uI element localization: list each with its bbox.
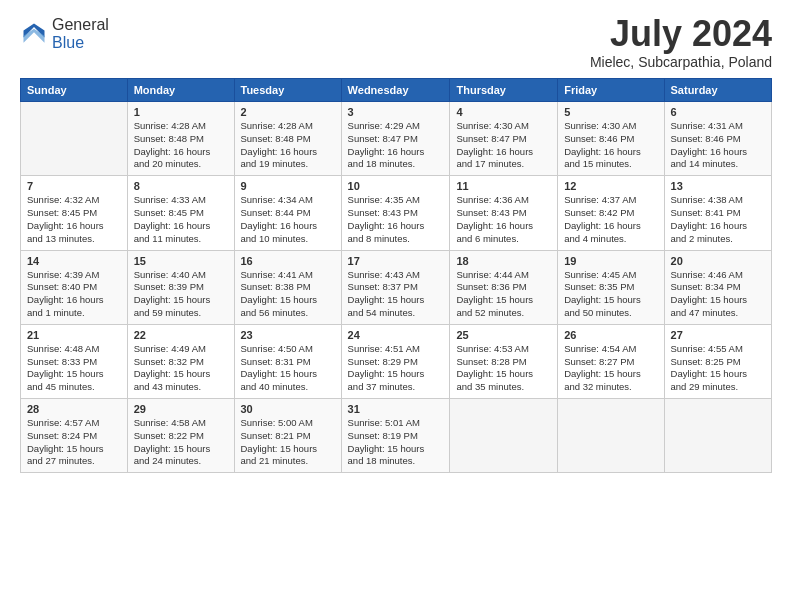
table-row xyxy=(664,399,771,473)
logo: General Blue xyxy=(20,16,109,52)
day-info: Sunrise: 4:37 AM Sunset: 8:42 PM Dayligh… xyxy=(564,194,657,245)
day-number: 11 xyxy=(456,180,551,192)
table-row: 26Sunrise: 4:54 AM Sunset: 8:27 PM Dayli… xyxy=(558,324,664,398)
month-title: July 2024 xyxy=(590,16,772,52)
day-info: Sunrise: 4:54 AM Sunset: 8:27 PM Dayligh… xyxy=(564,343,657,394)
day-info: Sunrise: 4:50 AM Sunset: 8:31 PM Dayligh… xyxy=(241,343,335,394)
day-number: 18 xyxy=(456,255,551,267)
day-number: 8 xyxy=(134,180,228,192)
table-row: 31Sunrise: 5:01 AM Sunset: 8:19 PM Dayli… xyxy=(341,399,450,473)
day-number: 16 xyxy=(241,255,335,267)
col-thursday: Thursday xyxy=(450,79,558,102)
day-number: 7 xyxy=(27,180,121,192)
table-row: 8Sunrise: 4:33 AM Sunset: 8:45 PM Daylig… xyxy=(127,176,234,250)
table-row: 27Sunrise: 4:55 AM Sunset: 8:25 PM Dayli… xyxy=(664,324,771,398)
table-row: 17Sunrise: 4:43 AM Sunset: 8:37 PM Dayli… xyxy=(341,250,450,324)
col-saturday: Saturday xyxy=(664,79,771,102)
calendar-week-row: 21Sunrise: 4:48 AM Sunset: 8:33 PM Dayli… xyxy=(21,324,772,398)
day-info: Sunrise: 4:32 AM Sunset: 8:45 PM Dayligh… xyxy=(27,194,121,245)
logo-text: General Blue xyxy=(52,16,109,52)
day-info: Sunrise: 4:43 AM Sunset: 8:37 PM Dayligh… xyxy=(348,269,444,320)
calendar-week-row: 28Sunrise: 4:57 AM Sunset: 8:24 PM Dayli… xyxy=(21,399,772,473)
day-number: 3 xyxy=(348,106,444,118)
day-number: 15 xyxy=(134,255,228,267)
title-block: July 2024 Mielec, Subcarpathia, Poland xyxy=(590,16,772,70)
table-row: 7Sunrise: 4:32 AM Sunset: 8:45 PM Daylig… xyxy=(21,176,128,250)
logo-general: General xyxy=(52,16,109,33)
day-info: Sunrise: 4:33 AM Sunset: 8:45 PM Dayligh… xyxy=(134,194,228,245)
day-info: Sunrise: 4:57 AM Sunset: 8:24 PM Dayligh… xyxy=(27,417,121,468)
day-info: Sunrise: 4:34 AM Sunset: 8:44 PM Dayligh… xyxy=(241,194,335,245)
day-info: Sunrise: 4:39 AM Sunset: 8:40 PM Dayligh… xyxy=(27,269,121,320)
day-number: 25 xyxy=(456,329,551,341)
day-number: 13 xyxy=(671,180,765,192)
col-tuesday: Tuesday xyxy=(234,79,341,102)
day-number: 2 xyxy=(241,106,335,118)
col-wednesday: Wednesday xyxy=(341,79,450,102)
day-info: Sunrise: 4:53 AM Sunset: 8:28 PM Dayligh… xyxy=(456,343,551,394)
logo-icon xyxy=(20,20,48,48)
table-row xyxy=(450,399,558,473)
table-row: 5Sunrise: 4:30 AM Sunset: 8:46 PM Daylig… xyxy=(558,102,664,176)
table-row: 30Sunrise: 5:00 AM Sunset: 8:21 PM Dayli… xyxy=(234,399,341,473)
day-number: 22 xyxy=(134,329,228,341)
day-info: Sunrise: 4:51 AM Sunset: 8:29 PM Dayligh… xyxy=(348,343,444,394)
day-info: Sunrise: 4:49 AM Sunset: 8:32 PM Dayligh… xyxy=(134,343,228,394)
table-row: 10Sunrise: 4:35 AM Sunset: 8:43 PM Dayli… xyxy=(341,176,450,250)
day-info: Sunrise: 4:35 AM Sunset: 8:43 PM Dayligh… xyxy=(348,194,444,245)
day-number: 28 xyxy=(27,403,121,415)
table-row: 14Sunrise: 4:39 AM Sunset: 8:40 PM Dayli… xyxy=(21,250,128,324)
day-number: 9 xyxy=(241,180,335,192)
calendar: Sunday Monday Tuesday Wednesday Thursday… xyxy=(20,78,772,473)
day-info: Sunrise: 4:41 AM Sunset: 8:38 PM Dayligh… xyxy=(241,269,335,320)
table-row: 21Sunrise: 4:48 AM Sunset: 8:33 PM Dayli… xyxy=(21,324,128,398)
day-info: Sunrise: 4:46 AM Sunset: 8:34 PM Dayligh… xyxy=(671,269,765,320)
table-row xyxy=(558,399,664,473)
table-row: 23Sunrise: 4:50 AM Sunset: 8:31 PM Dayli… xyxy=(234,324,341,398)
table-row: 24Sunrise: 4:51 AM Sunset: 8:29 PM Dayli… xyxy=(341,324,450,398)
table-row: 15Sunrise: 4:40 AM Sunset: 8:39 PM Dayli… xyxy=(127,250,234,324)
table-row: 12Sunrise: 4:37 AM Sunset: 8:42 PM Dayli… xyxy=(558,176,664,250)
day-info: Sunrise: 4:40 AM Sunset: 8:39 PM Dayligh… xyxy=(134,269,228,320)
calendar-week-row: 1Sunrise: 4:28 AM Sunset: 8:48 PM Daylig… xyxy=(21,102,772,176)
day-number: 12 xyxy=(564,180,657,192)
day-number: 30 xyxy=(241,403,335,415)
table-row: 3Sunrise: 4:29 AM Sunset: 8:47 PM Daylig… xyxy=(341,102,450,176)
day-info: Sunrise: 5:00 AM Sunset: 8:21 PM Dayligh… xyxy=(241,417,335,468)
day-info: Sunrise: 4:36 AM Sunset: 8:43 PM Dayligh… xyxy=(456,194,551,245)
day-number: 26 xyxy=(564,329,657,341)
table-row: 29Sunrise: 4:58 AM Sunset: 8:22 PM Dayli… xyxy=(127,399,234,473)
day-info: Sunrise: 4:55 AM Sunset: 8:25 PM Dayligh… xyxy=(671,343,765,394)
calendar-header-row: Sunday Monday Tuesday Wednesday Thursday… xyxy=(21,79,772,102)
table-row: 18Sunrise: 4:44 AM Sunset: 8:36 PM Dayli… xyxy=(450,250,558,324)
table-row: 6Sunrise: 4:31 AM Sunset: 8:46 PM Daylig… xyxy=(664,102,771,176)
table-row: 9Sunrise: 4:34 AM Sunset: 8:44 PM Daylig… xyxy=(234,176,341,250)
day-info: Sunrise: 4:48 AM Sunset: 8:33 PM Dayligh… xyxy=(27,343,121,394)
day-number: 29 xyxy=(134,403,228,415)
table-row xyxy=(21,102,128,176)
day-info: Sunrise: 4:44 AM Sunset: 8:36 PM Dayligh… xyxy=(456,269,551,320)
day-number: 23 xyxy=(241,329,335,341)
day-number: 5 xyxy=(564,106,657,118)
day-number: 14 xyxy=(27,255,121,267)
day-number: 6 xyxy=(671,106,765,118)
day-number: 21 xyxy=(27,329,121,341)
table-row: 11Sunrise: 4:36 AM Sunset: 8:43 PM Dayli… xyxy=(450,176,558,250)
day-info: Sunrise: 4:38 AM Sunset: 8:41 PM Dayligh… xyxy=(671,194,765,245)
day-number: 20 xyxy=(671,255,765,267)
location: Mielec, Subcarpathia, Poland xyxy=(590,54,772,70)
table-row: 22Sunrise: 4:49 AM Sunset: 8:32 PM Dayli… xyxy=(127,324,234,398)
table-row: 20Sunrise: 4:46 AM Sunset: 8:34 PM Dayli… xyxy=(664,250,771,324)
day-info: Sunrise: 5:01 AM Sunset: 8:19 PM Dayligh… xyxy=(348,417,444,468)
col-friday: Friday xyxy=(558,79,664,102)
table-row: 2Sunrise: 4:28 AM Sunset: 8:48 PM Daylig… xyxy=(234,102,341,176)
day-info: Sunrise: 4:58 AM Sunset: 8:22 PM Dayligh… xyxy=(134,417,228,468)
calendar-body: 1Sunrise: 4:28 AM Sunset: 8:48 PM Daylig… xyxy=(21,102,772,473)
day-info: Sunrise: 4:30 AM Sunset: 8:46 PM Dayligh… xyxy=(564,120,657,171)
day-info: Sunrise: 4:31 AM Sunset: 8:46 PM Dayligh… xyxy=(671,120,765,171)
table-row: 28Sunrise: 4:57 AM Sunset: 8:24 PM Dayli… xyxy=(21,399,128,473)
table-row: 16Sunrise: 4:41 AM Sunset: 8:38 PM Dayli… xyxy=(234,250,341,324)
day-info: Sunrise: 4:30 AM Sunset: 8:47 PM Dayligh… xyxy=(456,120,551,171)
table-row: 25Sunrise: 4:53 AM Sunset: 8:28 PM Dayli… xyxy=(450,324,558,398)
logo-blue: Blue xyxy=(52,34,84,51)
